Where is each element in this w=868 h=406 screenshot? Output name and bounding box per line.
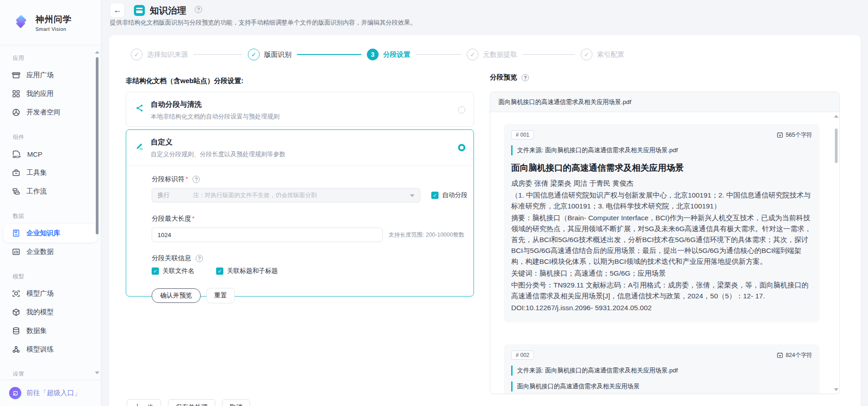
separator-label: 分段标识符* ?: [152, 175, 473, 183]
max-length-input[interactable]: [152, 228, 383, 242]
preview-scrollbar-thumb[interactable]: [835, 129, 838, 163]
super-entry-link[interactable]: 前往「超级入口」: [0, 380, 101, 406]
main-area: ← 知识治理 ? 提供非结构化文档版面识别与分段预览的功能，支持手动精细调整单个…: [102, 0, 868, 406]
step-layout-recognition[interactable]: ✓ 版面识别: [248, 49, 291, 60]
sidebar-item-my-apps[interactable]: 我的应用: [0, 84, 101, 103]
scroll-up-icon[interactable]: [95, 51, 99, 54]
step-connector: [193, 54, 242, 55]
relate-filename-checkbox[interactable]: ✓: [152, 267, 159, 275]
title-help-icon[interactable]: ?: [195, 6, 202, 13]
sidebar-item-app-market[interactable]: 应用广场: [0, 66, 101, 84]
sidebar-section-apps: 应用: [0, 45, 101, 66]
save-and-process-button[interactable]: 保存并处理: [168, 399, 215, 406]
stepper: ✓ 选择知识来源 ✓ 版面识别 3 分段设置 ✓ 元数据提取: [131, 49, 624, 60]
option-desc: 自定义分段规则、分段长度以及预处理规则等参数: [151, 150, 286, 158]
separator-value: 换行: [158, 191, 193, 199]
sidebar-item-mcp[interactable]: MCP MCP: [0, 145, 101, 163]
content-card: ✓ 选择知识来源 ✓ 版面识别 3 分段设置 ✓ 元数据提取: [109, 35, 861, 406]
chevron-down-icon: [410, 194, 414, 197]
auto-segment-checkbox-label: 自动分段: [442, 191, 468, 199]
segment-id-badge: # 001: [511, 130, 534, 139]
sidebar-section-data: 数据: [0, 203, 101, 224]
grid-icon: [12, 89, 20, 98]
confirm-preview-button[interactable]: 确认并预览: [152, 288, 201, 303]
step-connector-active: [297, 54, 361, 55]
segment-card-002: # 002 824个字符 文件来源: 面向脑机接口的高速通信需求及相关应用场景.…: [504, 344, 819, 394]
segment-paragraph: 中图分类号：TN929.11 文献标志码：A引用格式：成房委，张倩，梁栗炎，等，…: [511, 280, 812, 302]
char-count-icon: [777, 352, 783, 358]
scroll-down-icon[interactable]: [834, 388, 838, 391]
training-nodes-icon: [12, 345, 20, 354]
segment-paragraph: 关键词：脑机接口；高速通信；5G/6G；应用场景: [511, 268, 812, 279]
step-connector: [523, 54, 575, 55]
option-custom-segmentation[interactable]: 自定义 自定义分段规则、分段长度以及预处理规则等参数 分段标识符* ? 换行 注…: [126, 129, 474, 297]
previous-step-button[interactable]: 上一步: [127, 399, 161, 406]
page-title: 知识治理: [150, 5, 186, 17]
relate-filename-label: 关联文件名: [163, 267, 194, 275]
preview-panel: 面向脑机接口的高速通信需求及相关应用场景.pdf # 001 565个字符 文件…: [490, 92, 840, 394]
custom-segmentation-radio[interactable]: [458, 144, 465, 151]
max-length-label: 分段最大长度*: [152, 214, 473, 223]
step2-check-icon: ✓: [248, 49, 260, 60]
sidebar-item-model-market[interactable]: 模型广场: [0, 284, 101, 303]
svg-text:MCP: MCP: [13, 155, 21, 159]
relation-help-icon[interactable]: ?: [196, 255, 203, 262]
step-connector: [416, 54, 461, 55]
separator-note: 注：对执行版面的文件不生效，仍会按版面分割: [193, 191, 317, 199]
reset-button[interactable]: 重置: [207, 288, 235, 303]
scroll-down-icon[interactable]: [95, 371, 99, 374]
sidebar-item-enterprise-data[interactable]: 企业数据: [0, 243, 101, 261]
sidebar-item-my-models[interactable]: 我的模型: [0, 303, 101, 322]
sidebar-scrollbar-thumb[interactable]: [96, 57, 99, 234]
super-entry-label: 前往「超级入口」: [26, 389, 81, 397]
segment-subtitle: 面向脑机接口的高速通信需求及相关应用场景: [511, 381, 812, 391]
super-entry-icon: [9, 387, 21, 399]
back-button[interactable]: ←: [110, 3, 125, 18]
scroll-up-icon[interactable]: [834, 115, 838, 118]
brand-logo: 神州问学 Smart Vision: [0, 0, 101, 45]
cube-icon: [12, 308, 20, 317]
knowledge-base-icon: [12, 229, 20, 238]
toolbox-icon: [12, 168, 20, 177]
auto-segment-checkbox[interactable]: ✓: [431, 192, 439, 199]
segment-id-badge: # 002: [511, 351, 534, 360]
hexagon-nodes-icon: [12, 108, 20, 117]
step-select-source[interactable]: ✓ 选择知识来源: [131, 49, 188, 60]
cancel-button[interactable]: 取消: [222, 399, 250, 406]
step-segmentation[interactable]: 3 分段设置: [367, 49, 410, 60]
step-metadata[interactable]: ✓ 元数据提取: [467, 49, 517, 60]
step1-check-icon: ✓: [131, 49, 143, 60]
page-subtitle: 提供非结构化文档版面识别与分段预览的功能，支持手动精细调整单个文件的版面识别内容…: [110, 19, 416, 27]
sidebar-item-toolset[interactable]: 工具集: [0, 163, 101, 182]
share-nodes-icon: [135, 100, 151, 114]
option-title: 自定义: [151, 138, 286, 147]
sidebar-item-model-training[interactable]: 模型训练: [0, 340, 101, 359]
sidebar-section-models: 模型: [0, 264, 101, 284]
segment-paragraph: 成房委 张倩 梁栗炎 周洁 于青民 黄俊杰: [511, 178, 812, 189]
brand-diamond-icon: [12, 14, 30, 32]
step-index-config[interactable]: ✓ 索引配置: [581, 49, 624, 60]
segmentation-section-title: 非结构化文档（含web站点）分段设置:: [126, 77, 243, 85]
option-auto-segmentation[interactable]: 自动分段与清洗 本地非结构化文档的自动分段设置与预处理规则: [126, 92, 474, 127]
sidebar-section-settings: 设置: [0, 361, 101, 376]
relate-title-label: 关联标题和子标题: [227, 267, 278, 275]
relate-title-checkbox[interactable]: ✓: [216, 267, 223, 275]
char-count-icon: [777, 132, 783, 138]
segment-paragraph: DOI:10.12267/j.issn.2096- 5931.2024.05.0…: [511, 302, 812, 313]
sidebar-item-workflow[interactable]: 工作流: [0, 182, 101, 201]
option-title: 自动分段与清洗: [151, 100, 280, 109]
preview-help-icon[interactable]: ?: [522, 74, 529, 81]
sidebar-item-enterprise-knowledge[interactable]: 企业知识库: [4, 224, 97, 243]
auto-segmentation-radio[interactable]: [458, 106, 465, 114]
brand-tagline: Smart Vision: [35, 26, 72, 32]
sidebar-item-datasets[interactable]: 数据集: [0, 322, 101, 340]
sidebar-scrollbar[interactable]: [95, 51, 99, 374]
workflow-icon: [12, 187, 20, 196]
sidebar-item-developer-space[interactable]: 开发者空间: [0, 103, 101, 122]
separator-help-icon[interactable]: ?: [192, 176, 200, 183]
preview-scrollbar[interactable]: [834, 115, 838, 391]
preview-scroll-area[interactable]: # 001 565个字符 文件来源: 面向脑机接口的高速通信需求及相关应用场景.…: [490, 112, 839, 394]
option-desc: 本地非结构化文档的自动分段设置与预处理规则: [151, 113, 280, 121]
step5-check-icon: ✓: [581, 49, 592, 60]
separator-select[interactable]: 换行 注：对执行版面的文件不生效，仍会按版面分割: [152, 188, 420, 203]
